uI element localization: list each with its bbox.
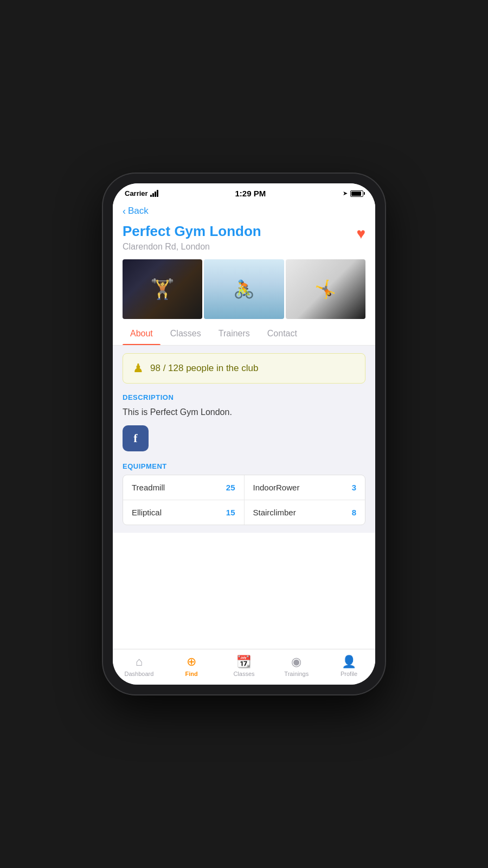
equipment-count-treadmill: 25 [226,483,235,492]
facebook-icon: f [133,431,137,445]
nav-find-label: Find [185,671,198,677]
social-icons: f [123,425,365,451]
equipment-cell-elliptical: Elliptical 15 [123,500,245,525]
tab-about[interactable]: About [123,321,160,345]
status-right: ➤ [343,190,363,197]
gym-address: Clarendon Rd, London [123,242,261,252]
gym-title-block: Perfect Gym London Clarendon Rd, London [123,223,261,252]
phone-frame: Carrier 1:29 PM ➤ ‹ [103,174,385,694]
equipment-count-indoorrower: 3 [352,483,356,492]
status-bar: Carrier 1:29 PM ➤ [113,183,375,201]
equipment-name-elliptical: Elliptical [132,508,162,517]
equipment-count-stairclimber: 8 [352,508,356,517]
nav-profile-label: Profile [341,671,357,677]
description-section: DESCRIPTION This is Perfect Gym London. … [123,386,365,455]
carrier-label: Carrier [125,189,158,197]
nav-trainings[interactable]: ◉ Trainings [270,653,323,679]
nav-dashboard-label: Dashboard [124,671,153,677]
gym-name: Perfect Gym London [123,223,261,240]
equipment-cell-stairclimber: Stairclimber 8 [245,500,365,525]
phone-screen: Carrier 1:29 PM ➤ ‹ [113,183,375,685]
back-chevron-icon: ‹ [123,206,126,216]
tab-bar: About Classes Trainers Contact [113,321,375,346]
equipment-table: Treadmill 25 IndoorRower 3 Elliptical [123,475,365,525]
nav-classes-label: Classes [233,671,254,677]
equipment-section: EQUIPMENT Treadmill 25 IndoorRower 3 [123,462,365,525]
gallery-image-3[interactable] [286,259,365,319]
people-banner: ♟ 98 / 128 people in the club [123,353,365,384]
nav-trainings-label: Trainings [284,671,309,677]
location-icon: ➤ [343,190,348,197]
people-icon: ♟ [133,361,144,375]
find-icon: ⊕ [187,655,196,669]
equipment-name-stairclimber: Stairclimber [253,508,296,517]
description-label: DESCRIPTION [123,393,365,406]
nav-classes[interactable]: 📆 Classes [218,653,271,679]
back-button[interactable]: ‹ Back [123,206,365,216]
people-count-text: 98 / 128 people in the club [150,363,258,374]
gym-header: Perfect Gym London Clarendon Rd, London … [113,220,375,259]
bottom-nav: ⌂ Dashboard ⊕ Find 📆 Classes ◉ Trainings… [113,649,375,685]
gallery-image-1[interactable] [123,259,202,319]
nav-profile[interactable]: 👤 Profile [323,653,375,679]
back-nav: ‹ Back [113,201,375,220]
classes-icon: 📆 [236,655,251,669]
wifi-icon [150,190,158,197]
status-time: 1:29 PM [235,189,266,198]
dashboard-icon: ⌂ [136,655,143,669]
equipment-cell-indoorrower: IndoorRower 3 [245,475,365,500]
favorite-button[interactable]: ♥ [356,225,365,242]
equipment-row-2: Elliptical 15 Stairclimber 8 [123,500,365,525]
nav-find[interactable]: ⊕ Find [165,653,218,679]
equipment-name-treadmill: Treadmill [132,483,165,492]
trainings-icon: ◉ [291,655,301,669]
equipment-name-indoorrower: IndoorRower [253,483,300,492]
tab-contact[interactable]: Contact [260,321,305,345]
nav-dashboard[interactable]: ⌂ Dashboard [113,653,165,679]
scroll-content: ‹ Back Perfect Gym London Clarendon Rd, … [113,201,375,649]
about-content: ♟ 98 / 128 people in the club DESCRIPTIO… [113,346,375,533]
facebook-button[interactable]: f [123,425,149,451]
image-gallery [113,259,375,319]
battery-icon [350,190,363,197]
profile-icon: 👤 [342,655,356,669]
equipment-row-1: Treadmill 25 IndoorRower 3 [123,475,365,500]
tab-classes[interactable]: Classes [163,321,209,345]
equipment-cell-treadmill: Treadmill 25 [123,475,245,500]
gallery-image-2[interactable] [204,259,284,319]
description-text: This is Perfect Gym London. [123,406,365,419]
equipment-label: EQUIPMENT [123,462,365,475]
equipment-count-elliptical: 15 [226,508,235,517]
back-label: Back [128,206,149,216]
tab-trainers[interactable]: Trainers [211,321,258,345]
